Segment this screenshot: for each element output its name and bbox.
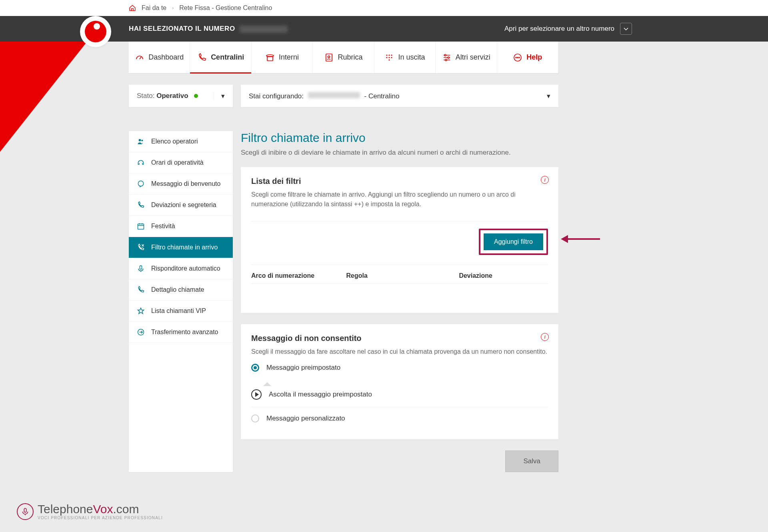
sidebar-item-dettaglio[interactable]: Dettaglio chiamate	[129, 279, 233, 301]
message-heading: Messaggio di non consentito	[251, 334, 548, 343]
dialpad-icon	[384, 53, 394, 62]
vodafone-logo	[80, 16, 111, 47]
sidebar-item-trasferimento[interactable]: Trasferimento avanzato	[129, 322, 233, 343]
config-selector[interactable]: Stai configurando: - Centralino ▾	[241, 85, 558, 107]
tab-help[interactable]: Help	[497, 42, 558, 73]
option-preset-message[interactable]: Messaggio preimpostato	[251, 357, 548, 379]
sidebar-item-benvenuto[interactable]: Messaggio di benvenuto	[129, 173, 233, 195]
col-arco: Arco di numerazione	[251, 272, 346, 279]
svg-point-3	[386, 54, 388, 56]
svg-point-11	[448, 57, 449, 58]
info-icon[interactable]: i	[541, 333, 549, 341]
config-suffix: - Centralino	[364, 92, 400, 100]
chevron-down-icon: ▾	[547, 92, 550, 100]
sidebar-label: Dettaglio chiamate	[151, 286, 204, 293]
status-label: Stato:	[137, 92, 154, 100]
svg-point-2	[328, 56, 330, 58]
tab-in-uscita-label: In uscita	[398, 53, 425, 62]
info-icon[interactable]: i	[541, 176, 549, 184]
sidebar-item-orari[interactable]: Orari di operatività	[129, 152, 233, 173]
microphone-badge-icon	[17, 503, 34, 520]
svg-point-12	[445, 59, 447, 61]
svg-point-19	[138, 181, 143, 186]
save-button[interactable]: Salva	[505, 450, 558, 472]
tab-interni-label: Interni	[279, 53, 299, 62]
annotation-highlight: Aggiungi filtro	[479, 229, 548, 255]
breadcrumb-current: Rete Fissa - Gestione Centralino	[179, 4, 272, 12]
status-value: Operativo	[156, 92, 188, 100]
svg-point-10	[444, 54, 446, 56]
sidebar-item-deviazioni[interactable]: Deviazioni e segreteria	[129, 195, 233, 216]
users-icon	[137, 137, 146, 145]
svg-point-18	[141, 139, 143, 141]
tab-centralini-label: Centralini	[211, 53, 244, 62]
annotation-arrow	[561, 235, 600, 243]
tab-in-uscita[interactable]: In uscita	[374, 42, 436, 73]
breadcrumb-home-label[interactable]: Fai da te	[142, 4, 166, 12]
tab-dashboard-label: Dashboard	[148, 53, 184, 62]
watermark-brand-a: Telephone	[38, 502, 93, 516]
filters-table-header: Arco di numerazione Regola Deviazione	[251, 265, 548, 283]
svg-rect-23	[24, 508, 26, 512]
sidebar-label: Festività	[151, 223, 175, 230]
svg-point-8	[391, 57, 392, 58]
option-listen-preset[interactable]: Ascolta il messaggio preimpostato	[251, 382, 548, 407]
col-regola: Regola	[346, 272, 459, 279]
svg-point-16	[519, 57, 520, 58]
tab-interni[interactable]: Interni	[252, 42, 313, 73]
svg-rect-20	[138, 224, 144, 229]
svg-point-17	[139, 139, 141, 141]
page-title: Filtro chiamate in arrivo	[241, 131, 558, 145]
svg-point-7	[389, 57, 390, 58]
phone-list-icon	[137, 286, 146, 294]
config-number-redacted	[308, 92, 360, 98]
address-book-icon	[324, 53, 334, 62]
play-icon	[251, 389, 262, 400]
tab-altri-servizi[interactable]: Altri servizi	[436, 42, 497, 73]
option-label: Messaggio personalizzato	[266, 414, 345, 422]
tab-rubrica-label: Rubrica	[338, 53, 362, 62]
tab-dashboard[interactable]: Dashboard	[129, 42, 190, 73]
tab-altri-servizi-label: Altri servizi	[456, 53, 490, 62]
svg-point-15	[517, 57, 518, 58]
transfer-icon	[137, 328, 146, 336]
expand-number-button[interactable]	[620, 23, 632, 35]
add-filter-button[interactable]: Aggiungi filtro	[484, 233, 543, 250]
config-prefix: Stai configurando:	[249, 92, 304, 100]
sidebar-item-vip[interactable]: Lista chiamanti VIP	[129, 301, 233, 322]
filters-description: Scegli come filtrare le chiamate in arri…	[251, 190, 548, 209]
tab-centralini[interactable]: Centralini	[190, 42, 251, 73]
microphone-icon	[137, 265, 146, 273]
option-label: Messaggio preimpostato	[266, 364, 340, 372]
filters-table-empty	[251, 283, 548, 303]
home-icon[interactable]	[129, 4, 136, 12]
radio-selected-icon	[251, 364, 259, 372]
phone-missed-icon	[137, 243, 146, 251]
sliders-icon	[442, 53, 452, 62]
sidebar-label: Elenco operatori	[151, 138, 198, 145]
watermark-tagline: VOCI PROFESSIONALI PER AZIENDE PROFESSIO…	[38, 516, 163, 520]
svg-point-5	[391, 54, 392, 56]
selected-number-value-redacted	[240, 26, 288, 33]
help-chat-icon	[513, 53, 522, 62]
filters-heading: Lista dei filtri	[251, 177, 548, 186]
headset-icon	[137, 159, 146, 167]
option-custom-message[interactable]: Messaggio personalizzato	[251, 407, 548, 430]
sidebar-label: Lista chiamanti VIP	[151, 307, 206, 315]
selected-number-label: HAI SELEZIONATO IL NUMERO	[129, 25, 235, 32]
sidebar-item-risponditore[interactable]: Risponditore automatico	[129, 258, 233, 279]
phone-forward-icon	[137, 201, 146, 209]
watermark-brand-b: Vox	[93, 502, 113, 516]
sidebar-item-elenco-operatori[interactable]: Elenco operatori	[129, 131, 233, 152]
sidebar-item-festivita[interactable]: Festività	[129, 216, 233, 237]
gauge-icon	[135, 53, 144, 62]
svg-point-4	[389, 54, 390, 56]
sidebar-label: Trasferimento avanzato	[151, 329, 218, 336]
chevron-down-icon: ▾	[214, 92, 225, 100]
tab-rubrica[interactable]: Rubrica	[313, 42, 374, 73]
breadcrumb: Fai da te › Rete Fissa - Gestione Centra…	[0, 0, 768, 16]
status-selector[interactable]: Stato: Operativo ▾	[129, 85, 233, 107]
status-indicator-dot	[194, 94, 198, 98]
filters-card: i Lista dei filtri Scegli come filtrare …	[241, 167, 558, 313]
sidebar-item-filtro-chiamate[interactable]: Filtro chiamate in arrivo	[129, 237, 233, 258]
